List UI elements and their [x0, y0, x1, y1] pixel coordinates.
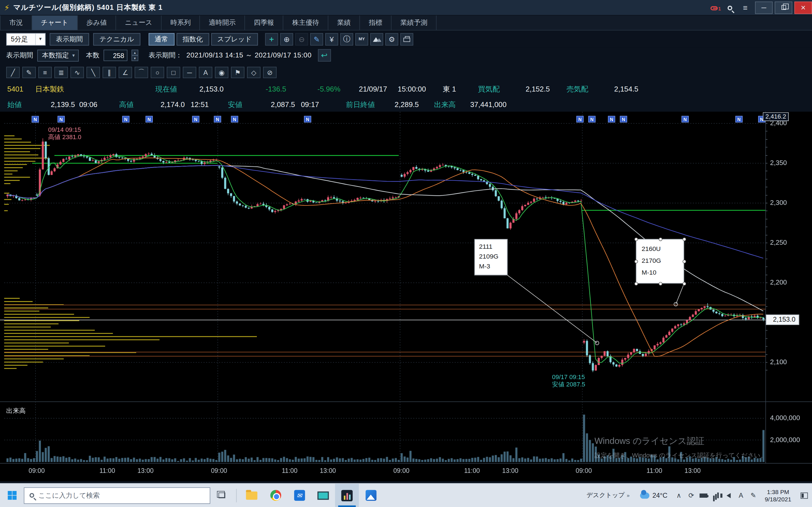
remote-desktop-icon[interactable] [311, 484, 335, 507]
taskbar-clock[interactable]: 1:38 PM 9/18/2021 [760, 488, 797, 503]
tab-時系列[interactable]: 時系列 [161, 15, 200, 30]
icon-stamp-icon[interactable]: ◉ [215, 67, 229, 78]
desktop-toolbar[interactable]: デスクトップ » [581, 491, 635, 500]
draw-pencil-icon[interactable]: ✎ [310, 33, 323, 45]
zoom-out-icon[interactable]: ⊖ [295, 33, 308, 45]
volume-icon[interactable] [722, 484, 735, 507]
eraser-icon[interactable]: ⊘ [263, 67, 276, 78]
tray-expand-button[interactable]: ∧ [673, 484, 685, 507]
selection-handle[interactable] [682, 260, 686, 263]
start-button[interactable] [0, 484, 24, 507]
angle-line-icon[interactable]: ∠ [119, 67, 132, 78]
task-view-button[interactable] [210, 484, 233, 507]
selection-handle[interactable] [635, 260, 638, 263]
news-marker[interactable]: N [735, 116, 743, 122]
link-icon[interactable]: 1 [706, 3, 722, 12]
news-marker[interactable]: N [304, 116, 311, 122]
settings-wrench-icon[interactable]: ⚙ [386, 33, 398, 45]
pen-icon[interactable]: ✎ [747, 484, 760, 507]
notification-icon [801, 492, 808, 499]
add-comparison-icon[interactable]: ＋ [265, 33, 278, 45]
file-explorer-icon[interactable] [240, 484, 263, 507]
mode-指数化-button[interactable]: 指数化 [176, 33, 209, 45]
restore-button[interactable] [775, 1, 792, 14]
表示期間-button[interactable]: 表示期間 [50, 33, 89, 45]
ruler-line-icon[interactable]: ✎ [22, 67, 36, 78]
battery-icon[interactable] [698, 484, 710, 507]
tab-市況[interactable]: 市況 [0, 15, 32, 30]
weather-widget[interactable]: 24°C [635, 492, 672, 499]
news-marker[interactable]: N [57, 116, 65, 122]
news-marker[interactable]: N [231, 116, 238, 122]
trendline-icon[interactable]: ╱ [6, 67, 20, 78]
bar-count-input[interactable]: 258 [103, 50, 127, 61]
selection-handle[interactable] [635, 282, 638, 286]
range-mode-select[interactable]: 本数指定 ▼ [37, 49, 79, 61]
area-chart-icon[interactable] [370, 33, 383, 45]
tab-歩み値[interactable]: 歩み値 [78, 15, 116, 30]
news-marker[interactable]: N [620, 116, 627, 122]
tab-業績予測[interactable]: 業績予測 [392, 15, 437, 30]
mail-icon[interactable]: ✉ [287, 484, 311, 507]
note-box[interactable]: 2160U2170GM-10 [636, 239, 684, 284]
down-line-icon[interactable]: ╲ [87, 67, 100, 78]
news-marker[interactable]: N [32, 116, 39, 122]
zoom-in-icon[interactable]: ⊕ [280, 33, 293, 45]
search-icon[interactable] [722, 3, 737, 12]
my-chart-icon[interactable]: MY [355, 33, 368, 45]
news-marker[interactable]: N [146, 116, 153, 122]
selection-handle[interactable] [682, 237, 686, 241]
tab-株主優待[interactable]: 株主優待 [283, 15, 328, 30]
close-button[interactable]: × [795, 1, 812, 14]
action-center-button[interactable] [797, 484, 812, 507]
minimize-button[interactable]: ─ [755, 1, 772, 14]
parallel-lines-icon[interactable]: ∥ [103, 67, 116, 78]
ime-icon[interactable]: A [735, 484, 747, 507]
news-marker[interactable]: N [192, 116, 199, 122]
rectangle-icon[interactable]: □ [167, 67, 180, 78]
ellipse-icon[interactable]: ○ [151, 67, 164, 78]
tab-適時開示[interactable]: 適時開示 [200, 15, 245, 30]
flag-marker-icon[interactable]: ⚑ [231, 67, 245, 78]
tab-業績[interactable]: 業績 [328, 15, 360, 30]
news-marker[interactable]: N [608, 116, 615, 122]
reset-range-button[interactable]: ↩ [318, 49, 331, 61]
bar-count-stepper[interactable]: ▲▼ [132, 50, 138, 61]
news-marker[interactable]: N [214, 116, 221, 122]
group-icon[interactable]: ◇ [247, 67, 260, 78]
horizontal-segment-icon[interactable]: ─ [183, 67, 196, 78]
mode-スプレッド-button[interactable]: スプレッド [211, 33, 258, 45]
sync-icon[interactable]: ⟳ [685, 484, 698, 507]
tab-ニュース[interactable]: ニュース [116, 15, 161, 30]
taskbar-search-input[interactable]: ここに入力して検索 [24, 487, 210, 504]
chrome-icon[interactable] [264, 484, 287, 507]
menu-icon[interactable]: ≡ [738, 3, 753, 12]
news-marker[interactable]: N [589, 116, 596, 122]
note-box[interactable]: 21112109GM-3 [474, 239, 507, 276]
news-marker[interactable]: N [576, 116, 583, 122]
dense-lines-icon[interactable]: ≣ [54, 67, 68, 78]
price-chart-canvas[interactable] [0, 112, 812, 481]
テクニカル-button[interactable]: テクニカル [93, 33, 140, 45]
news-marker[interactable]: N [122, 116, 130, 122]
search-placeholder: ここに入力して検索 [38, 491, 100, 500]
tab-指標[interactable]: 指標 [360, 15, 392, 30]
photos-icon[interactable] [359, 484, 383, 507]
arc-icon[interactable]: ⌒ [135, 67, 148, 78]
tab-四季報[interactable]: 四季報 [245, 15, 283, 30]
interval-select[interactable]: 5分足 ▼ [6, 33, 46, 45]
selection-handle[interactable] [635, 237, 638, 241]
wave-line-icon[interactable]: ∿ [70, 67, 84, 78]
print-icon[interactable] [400, 33, 413, 45]
news-marker[interactable]: N [681, 116, 689, 122]
selection-handle[interactable] [658, 282, 662, 286]
info-icon[interactable]: ⓘ [340, 33, 353, 45]
yen-scale-icon[interactable]: ¥ [325, 33, 338, 45]
trading-app-icon[interactable] [335, 484, 359, 507]
mode-通常-button[interactable]: 通常 [148, 33, 174, 45]
selection-handle[interactable] [682, 282, 686, 286]
text-tool-icon[interactable]: A [199, 67, 212, 78]
horizontal-lines-icon[interactable]: ≡ [38, 67, 52, 78]
selection-handle[interactable] [658, 237, 662, 241]
tab-チャート[interactable]: チャート [32, 15, 78, 30]
